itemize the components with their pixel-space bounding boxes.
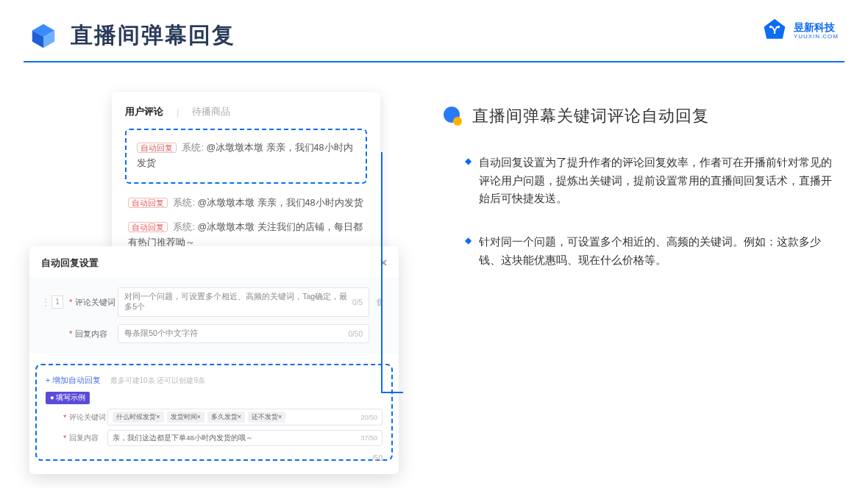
comment-row-2: 自动回复 系统: @冰墩墩本墩 亲亲，我们48小时内发货 xyxy=(125,191,367,215)
keyword-label: 评论关键词 xyxy=(75,297,118,308)
drag-handle-icon[interactable]: ⋮⋮ xyxy=(41,297,51,307)
page-title: 直播间弹幕回复 xyxy=(71,21,235,51)
settings-title: 自动回复设置 xyxy=(41,256,99,270)
trash-icon[interactable]: 🗑 xyxy=(374,297,387,307)
diamond-bullet-icon: ◆ xyxy=(465,235,472,269)
keyword-chip[interactable]: 多久发货× xyxy=(207,412,245,423)
comments-tabs: 用户评论 | 待播商品 xyxy=(125,105,367,118)
tab-pending-products[interactable]: 待播商品 xyxy=(192,105,230,118)
section-heading: 直播间弹幕关键词评论自动回复 xyxy=(441,105,839,127)
example-keyword-input[interactable]: 什么时候发货× 发货时间× 多久发货× 还不发货× 20/50 xyxy=(107,409,383,426)
required-star: * xyxy=(63,434,66,442)
keyword-input[interactable]: 对同一个问题，可设置多个相近、高频的关键词，Tag确定，最多5个 0/5 xyxy=(118,287,369,317)
example-keyword-label: 评论关键词 xyxy=(69,412,107,423)
footer-counter: /50 xyxy=(372,454,383,462)
comment-text-2: @冰墩墩本墩 亲亲，我们48小时内发货 xyxy=(197,198,363,208)
section-title-text: 直播间弹幕关键词评论自动回复 xyxy=(472,105,709,127)
brand-name-cn: 昱新科技 xyxy=(794,22,839,32)
example-content-label: 回复内容 xyxy=(69,433,107,443)
bullet-1-text: 自动回复设置为了提升作者的评论回复效率，作者可在开播前针对常见的评论用户问题，提… xyxy=(479,154,839,208)
example-content-value: 亲，我们这边都是下单48小时内发货的哦～ xyxy=(113,434,253,443)
auto-reply-badge: 自动回复 xyxy=(128,222,168,232)
auto-reply-settings-panel: 自动回复设置 × ⋮⋮ 1 * 评论关键词 对同一个问题，可设置多个相近、高频的… xyxy=(29,246,399,474)
bullet-1: ◆ 自动回复设置为了提升作者的评论回复效率，作者可在开播前针对常见的评论用户问题… xyxy=(441,154,839,208)
example-content-input[interactable]: 亲，我们这边都是下单48小时内发货的哦～ 37/50 xyxy=(107,430,383,446)
required-star: * xyxy=(69,298,72,306)
keyword-placeholder: 对同一个问题，可设置多个相近、高频的关键词，Tag确定，最多5个 xyxy=(124,292,352,312)
system-label: 系统: xyxy=(173,222,194,232)
auto-reply-badge: 自动回复 xyxy=(128,198,168,208)
diamond-bullet-icon: ◆ xyxy=(465,156,472,208)
row-number: 1 xyxy=(51,295,63,309)
svg-text:Y: Y xyxy=(771,24,778,36)
header-cube-icon xyxy=(29,22,57,50)
add-hint: 最多可建10条 还可以创建9条 xyxy=(110,376,205,384)
svg-point-4 xyxy=(769,26,772,29)
keyword-chip[interactable]: 还不发货× xyxy=(248,412,285,423)
page-header: 直播间弹幕回复 Y 昱新科技 YUUXIN.COM xyxy=(0,0,868,51)
content-placeholder: 每条限50个中文字符 xyxy=(124,329,198,339)
content-input[interactable]: 每条限50个中文字符 0/50 xyxy=(118,324,369,343)
screenshot-composite: 用户评论 | 待播商品 自动回复 系统: @冰墩墩本墩 亲亲，我们48小时内发货… xyxy=(29,92,412,467)
content-counter: 0/50 xyxy=(349,330,363,338)
chat-bubble-icon xyxy=(441,105,463,127)
example-badge: ● 填写示例 xyxy=(46,392,90,404)
keyword-chip[interactable]: 什么时候发货× xyxy=(113,412,163,423)
required-star: * xyxy=(63,413,66,422)
svg-point-5 xyxy=(777,26,780,29)
comments-panel: 用户评论 | 待播商品 自动回复 系统: @冰墩墩本墩 亲亲，我们48小时内发货… xyxy=(112,92,380,271)
tab-user-comments[interactable]: 用户评论 xyxy=(125,105,163,118)
required-star: * xyxy=(69,329,72,338)
description-column: 直播间弹幕关键词评论自动回复 ◆ 自动回复设置为了提升作者的评论回复效率，作者可… xyxy=(441,92,839,467)
example-keyword-counter: 20/50 xyxy=(360,414,377,421)
tab-divider: | xyxy=(177,107,179,118)
connector-line xyxy=(381,392,403,393)
brand-name-en: YUUXIN.COM xyxy=(794,34,839,40)
svg-point-7 xyxy=(453,117,462,126)
example-panel: + 增加自动回复 最多可建10条 还可以创建9条 ● 填写示例 * 评论关键词 … xyxy=(35,364,393,461)
brand-logo: Y 昱新科技 YUUXIN.COM xyxy=(761,18,839,44)
system-label: 系统: xyxy=(182,143,203,153)
content-label: 回复内容 xyxy=(75,329,118,340)
highlighted-comment: 自动回复 系统: @冰墩墩本墩 亲亲，我们48小时内发货 xyxy=(125,129,367,184)
keyword-chip[interactable]: 发货时间× xyxy=(167,412,204,423)
brand-icon: Y xyxy=(761,18,788,44)
connector-line xyxy=(381,152,383,392)
bullet-2: ◆ 针对同一个问题，可设置多个相近的、高频的关键词。例如：这款多少钱、这块能优惠… xyxy=(441,233,839,269)
bullet-2-text: 针对同一个问题，可设置多个相近的、高频的关键词。例如：这款多少钱、这块能优惠吗、… xyxy=(479,233,839,269)
add-auto-reply-link[interactable]: + 增加自动回复 xyxy=(46,376,101,384)
system-label: 系统: xyxy=(173,198,194,208)
auto-reply-badge: 自动回复 xyxy=(137,143,177,153)
example-content-counter: 37/50 xyxy=(360,434,377,442)
keyword-counter: 0/5 xyxy=(352,298,363,306)
